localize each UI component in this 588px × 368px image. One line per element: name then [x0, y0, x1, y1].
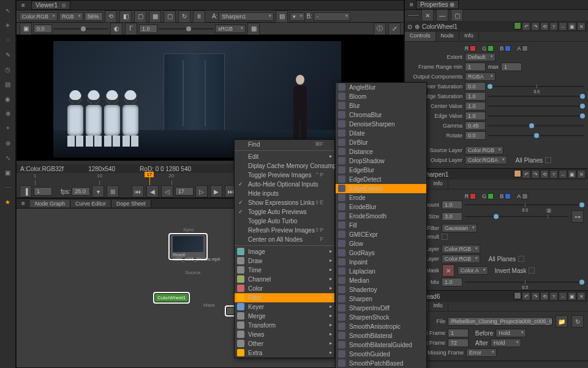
redo-icon[interactable]: ↷: [531, 292, 540, 301]
current-frame-field[interactable]: 17: [175, 187, 194, 196]
zoom-field[interactable]: 56%: [85, 12, 103, 21]
file-field[interactable]: /Rebellion_Cloning_Project/a008_c005_091…: [448, 317, 552, 326]
picker-icon[interactable]: ⤢: [388, 23, 401, 35]
filter-dropdown[interactable]: Gaussian: [442, 224, 477, 232]
menu-item[interactable]: Filter▸: [235, 293, 334, 302]
menu-item[interactable]: Glow: [336, 239, 426, 248]
menu-item[interactable]: SmoothPatchBased: [336, 359, 426, 368]
layer-dropdown[interactable]: Color.RGB: [19, 12, 58, 21]
restore-icon[interactable]: ⟲: [540, 170, 549, 178]
frame-max-field[interactable]: 1: [501, 63, 522, 71]
play-back-icon[interactable]: ◀: [146, 185, 159, 197]
redo-icon[interactable]: ↷: [531, 22, 540, 31]
node-colorwheel[interactable]: ColorWheel1: [154, 293, 189, 302]
node-color-swatch[interactable]: [514, 22, 521, 29]
sync-icon[interactable]: ⟲: [105, 10, 117, 23]
size-field[interactable]: 3.0: [442, 212, 462, 221]
menu-item[interactable]: Fill: [336, 221, 426, 230]
set-in-icon[interactable]: ▐: [20, 185, 32, 197]
outlayer-dropdown[interactable]: Color.RGBA: [465, 156, 507, 164]
menu-item[interactable]: Shadertoy: [336, 285, 426, 294]
gamma-field[interactable]: 0.45: [465, 121, 486, 130]
close-icon[interactable]: ✕: [577, 170, 586, 178]
srclayer-dropdown[interactable]: Color.RGB: [465, 146, 503, 155]
channel-b[interactable]: B: [500, 45, 511, 52]
info-icon[interactable]: ⓘ: [374, 23, 386, 35]
gamma-field[interactable]: 1.0: [139, 25, 157, 33]
menu-item[interactable]: Transform▸: [235, 321, 334, 330]
exposure-field[interactable]: 0.0: [34, 25, 52, 33]
onmissing-dropdown[interactable]: Error: [466, 348, 497, 357]
menu-item[interactable]: ✓Auto-Hide Optional Inputs: [235, 180, 334, 189]
amount-field[interactable]: 1.0: [442, 201, 462, 209]
menu-item[interactable]: Dilate: [336, 129, 426, 138]
close-icon[interactable]: ✕: [577, 292, 586, 301]
menu-item[interactable]: Inpaint: [336, 258, 426, 267]
gamma-slider[interactable]: [488, 123, 584, 129]
b-node-dropdown[interactable]: ▾: [290, 12, 305, 21]
premult-checkbox[interactable]: [442, 234, 448, 240]
channel-a[interactable]: A: [517, 45, 528, 52]
menu-item[interactable]: Bloom: [336, 92, 426, 101]
panel-menu-icon[interactable]: ≡: [19, 1, 28, 10]
menu-item[interactable]: Draw▸: [235, 256, 334, 266]
menu-item[interactable]: Toggle Auto Turbo: [235, 217, 334, 226]
clip-icon[interactable]: ◧: [119, 10, 132, 23]
autocontrast-icon[interactable]: Γ: [125, 23, 137, 35]
float-icon[interactable]: ▣: [568, 170, 576, 178]
center-val-slider[interactable]: [488, 103, 584, 109]
fps-field[interactable]: 25.0: [72, 187, 90, 196]
menu-item[interactable]: SmoothAnisotropic: [336, 322, 426, 331]
node-color-swatch[interactable]: [514, 292, 521, 299]
merge-tool-icon[interactable]: ⊕: [1, 136, 15, 150]
tc-toggle-icon[interactable]: ⊞: [107, 185, 119, 197]
menu-item[interactable]: Image▸: [235, 247, 334, 256]
tab-curveeditor[interactable]: Curve Editor: [70, 200, 111, 207]
float-icon[interactable]: ▣: [568, 292, 576, 301]
menu-item[interactable]: GodRays: [336, 248, 426, 258]
menu-item[interactable]: SharpenShock: [336, 313, 426, 322]
firstframe-field[interactable]: 1: [448, 329, 469, 337]
dotted-tool-icon[interactable]: ⁘: [1, 33, 15, 47]
wipe-icon[interactable]: ▤: [276, 10, 288, 23]
close-icon[interactable]: ⊗: [448, 1, 455, 8]
menu-item[interactable]: Keyer▸: [235, 302, 334, 312]
gain-toggle-icon[interactable]: ▣: [20, 23, 32, 35]
color-tool-icon[interactable]: ◉: [1, 92, 15, 105]
outcomp-dropdown[interactable]: RGBA: [465, 72, 496, 81]
channel-r[interactable]: R: [465, 45, 477, 52]
tab-info[interactable]: Info: [429, 302, 448, 311]
close-icon[interactable]: ⊗: [61, 2, 66, 9]
rotate-slider[interactable]: [488, 132, 584, 139]
edge-sat-slider[interactable]: [488, 93, 584, 99]
allplanes-checkbox[interactable]: [545, 157, 551, 163]
menu-item[interactable]: Center on All NodesF: [235, 235, 334, 244]
node-sharpen[interactable]: [226, 307, 235, 315]
menu-item[interactable]: ErodeBlur: [336, 202, 426, 212]
invertmask-checkbox[interactable]: [529, 267, 535, 274]
proxy-icon[interactable]: ▦: [149, 10, 161, 23]
misc-tool-icon[interactable]: ⋯: [1, 180, 15, 194]
play-fwd-icon[interactable]: ▶: [210, 185, 222, 197]
channel-dropdown[interactable]: RGB: [59, 12, 83, 21]
tab-node[interactable]: Node: [436, 32, 460, 41]
menu-item[interactable]: EdgeBlur: [336, 166, 426, 175]
hide-icon[interactable]: –: [559, 22, 567, 31]
tab-nodegraph[interactable]: Node Graph: [30, 200, 70, 207]
maximize-panels-icon[interactable]: ▢: [451, 9, 463, 21]
after-dropdown[interactable]: Hold: [491, 339, 521, 347]
undo-icon[interactable]: ↶: [522, 170, 530, 178]
menu-item[interactable]: Sharpen: [336, 294, 426, 304]
menu-item[interactable]: Laplacian: [336, 267, 426, 276]
help-icon[interactable]: ?: [549, 170, 558, 178]
menu-item[interactable]: ErodeSmooth: [336, 212, 426, 221]
menu-item[interactable]: Find⌘F: [235, 140, 334, 149]
celayer-dropdown[interactable]: Color.RGB: [442, 245, 480, 253]
menu-item[interactable]: Toggle Preview Images⌃P: [235, 171, 334, 180]
menu-item[interactable]: DenoiseSharpen: [336, 120, 426, 129]
rotate-field[interactable]: 0.0: [465, 131, 486, 140]
menu-item[interactable]: AngleBlur: [336, 83, 426, 92]
menu-item[interactable]: Blur: [336, 101, 426, 110]
channel-b[interactable]: B: [500, 193, 511, 199]
channel-g[interactable]: G: [482, 45, 494, 52]
